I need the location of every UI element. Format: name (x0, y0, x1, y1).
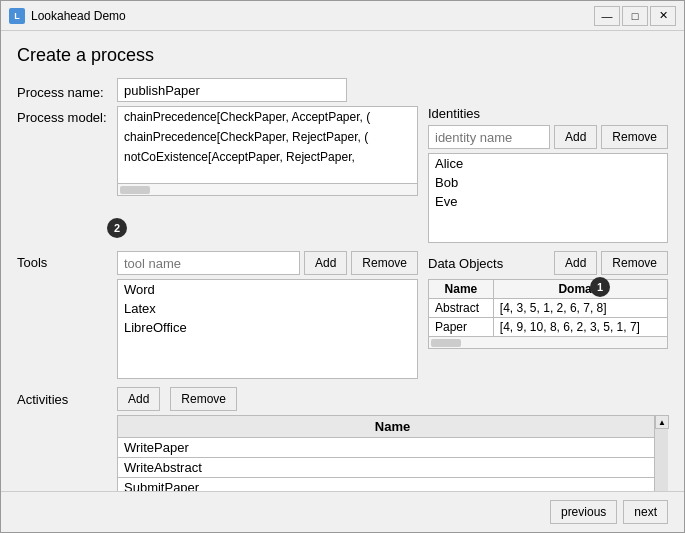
horizontal-scrollbar[interactable] (118, 183, 417, 195)
data-objects-table: Name Domain Abstract [4, 3, 5, 1, 2, 6, … (428, 279, 668, 337)
identity-name-input[interactable] (428, 125, 550, 149)
close-button[interactable]: ✕ (650, 6, 676, 26)
badge-1: 1 (590, 277, 610, 297)
app-icon: L (9, 8, 25, 24)
maximize-button[interactable]: □ (622, 6, 648, 26)
table-row: SubmitPaper (118, 478, 668, 492)
identities-header: Identities (428, 106, 668, 121)
activities-add-button[interactable]: Add (117, 387, 160, 411)
data-objects-section: Data Objects Add Remove 1 Name Domain (428, 251, 668, 379)
activities-remove-button[interactable]: Remove (170, 387, 237, 411)
process-name-input[interactable] (117, 78, 347, 102)
activities-scrollbar[interactable]: ▲ ▼ (654, 415, 668, 491)
data-objects-add-button[interactable]: Add (554, 251, 597, 275)
identities-input-row: Add Remove (428, 125, 668, 149)
window-controls: — □ ✕ (594, 6, 676, 26)
scroll-up-arrow[interactable]: ▲ (655, 415, 669, 429)
identities-add-button[interactable]: Add (554, 125, 597, 149)
data-objects-header: Data Objects Add Remove (428, 251, 668, 275)
activity-item[interactable]: WritePaper (118, 438, 668, 458)
list-item[interactable]: Alice (429, 154, 667, 173)
col-name-header: Name (429, 280, 494, 299)
row-name[interactable]: Paper (429, 318, 494, 337)
activity-item[interactable]: SubmitPaper (118, 478, 668, 492)
activities-col-header: Name (118, 416, 668, 438)
activities-section: Activities Add Remove Name WritePaper (17, 387, 668, 491)
row-domain[interactable]: [4, 9, 10, 8, 6, 2, 3, 5, 1, 7] (493, 318, 667, 337)
tools-remove-button[interactable]: Remove (351, 251, 418, 275)
process-model-section: Process model: chainPrecedence[CheckPape… (17, 106, 418, 243)
activities-label: Activities (17, 392, 107, 407)
identities-list[interactable]: Alice Bob Eve (428, 153, 668, 243)
table-row: WriteAbstract (118, 458, 668, 478)
row-domain[interactable]: [4, 3, 5, 1, 2, 6, 7, 8] (493, 299, 667, 318)
process-name-row: Process name: (17, 78, 668, 102)
list-item[interactable]: notCoExistence[AcceptPaper, RejectPaper, (118, 147, 417, 167)
bottom-bar: previous next (1, 491, 684, 532)
data-objects-label: Data Objects (428, 256, 550, 271)
process-model-list[interactable]: chainPrecedence[CheckPaper, AcceptPaper,… (117, 106, 418, 196)
tools-input-row: Add Remove (117, 251, 418, 275)
scroll-track (655, 429, 668, 491)
process-name-label: Process name: (17, 81, 107, 100)
activity-item[interactable]: WriteAbstract (118, 458, 668, 478)
activities-header: Activities Add Remove (17, 387, 668, 411)
identities-remove-button[interactable]: Remove (601, 125, 668, 149)
tools-add-button[interactable]: Add (304, 251, 347, 275)
window-title: Lookahead Demo (31, 9, 594, 23)
list-item[interactable]: LibreOffice (118, 318, 417, 337)
list-item[interactable]: Latex (118, 299, 417, 318)
tools-label: Tools (17, 251, 107, 270)
list-item[interactable]: Bob (429, 173, 667, 192)
tool-name-input[interactable] (117, 251, 300, 275)
identities-section: Identities Add Remove Alice Bob Eve (428, 106, 668, 243)
list-item[interactable]: chainPrecedence[CheckPaper, AcceptPaper,… (118, 107, 417, 127)
table-row: Abstract [4, 3, 5, 1, 2, 6, 7, 8] (429, 299, 668, 318)
title-bar: L Lookahead Demo — □ ✕ (1, 1, 684, 31)
table-row: Paper [4, 9, 10, 8, 6, 2, 3, 5, 1, 7] (429, 318, 668, 337)
scrollbar-thumb (120, 186, 150, 194)
activities-table: Name WritePaper WriteAbstract SubmitPape… (117, 415, 668, 491)
content-area: Create a process Process name: Process m… (1, 31, 684, 491)
data-objects-remove-button[interactable]: Remove (601, 251, 668, 275)
process-model-label: Process model: (17, 106, 107, 125)
next-button[interactable]: next (623, 500, 668, 524)
activities-table-container: Name WritePaper WriteAbstract SubmitPape… (117, 415, 668, 491)
previous-button[interactable]: previous (550, 500, 617, 524)
badge-2: 2 (107, 218, 127, 238)
tools-dataobjects-row: Tools Add Remove Word Latex LibreOffice (17, 251, 668, 379)
tools-inner: Add Remove Word Latex LibreOffice (117, 251, 418, 379)
page-title: Create a process (17, 45, 668, 66)
table-horizontal-scrollbar[interactable] (428, 337, 668, 349)
main-window: L Lookahead Demo — □ ✕ Create a process … (0, 0, 685, 533)
scrollbar-thumb (431, 339, 461, 347)
col-domain-header: Domain (493, 280, 667, 299)
tools-section: Tools Add Remove Word Latex LibreOffice (17, 251, 418, 379)
list-item[interactable]: chainPrecedence[CheckPaper, RejectPaper,… (118, 127, 417, 147)
table-row: WritePaper (118, 438, 668, 458)
process-model-container: chainPrecedence[CheckPaper, AcceptPaper,… (117, 106, 418, 211)
list-item[interactable]: Word (118, 280, 417, 299)
list-item[interactable]: Eve (429, 192, 667, 211)
row-name[interactable]: Abstract (429, 299, 494, 318)
minimize-button[interactable]: — (594, 6, 620, 26)
middle-row: Process model: chainPrecedence[CheckPape… (17, 106, 668, 243)
identities-label: Identities (428, 106, 668, 121)
tools-list[interactable]: Word Latex LibreOffice (117, 279, 418, 379)
